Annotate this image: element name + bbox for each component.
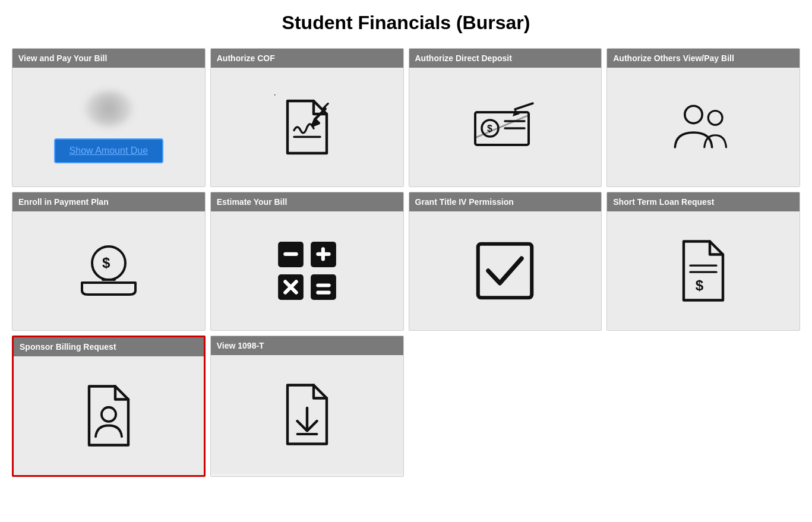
coin-tray-icon: $ bbox=[76, 238, 141, 303]
card-authorize-direct-deposit[interactable]: Authorize Direct Deposit $ bbox=[409, 48, 602, 187]
svg-text:$: $ bbox=[696, 277, 704, 293]
card-authorize-others[interactable]: Authorize Others View/Pay Bill bbox=[606, 48, 800, 187]
people-icon bbox=[671, 94, 736, 160]
svg-point-12 bbox=[685, 106, 702, 123]
card-short-term-loan[interactable]: Short Term Loan Request $ bbox=[606, 192, 800, 331]
download-doc-icon bbox=[274, 382, 340, 447]
card-header-grant-title: Grant Title IV Permission bbox=[409, 192, 602, 211]
card-sponsor-billing[interactable]: Sponsor Billing Request bbox=[12, 336, 206, 477]
calculator-icon bbox=[274, 238, 340, 303]
svg-line-11 bbox=[475, 115, 529, 138]
card-grant-title-iv[interactable]: Grant Title IV Permission bbox=[409, 192, 602, 331]
card-header-estimate-bill: Estimate Your Bill bbox=[211, 192, 403, 211]
card-body-authorize-cof bbox=[211, 68, 403, 186]
card-body-short-term-loan: $ bbox=[607, 211, 800, 330]
svg-point-33 bbox=[102, 407, 116, 422]
card-header-enroll-payment: Enroll in Payment Plan bbox=[12, 192, 205, 211]
card-header-authorize-cof: Authorize COF bbox=[211, 49, 403, 68]
dollar-doc-icon: $ bbox=[671, 238, 736, 303]
person-doc-icon bbox=[76, 383, 141, 448]
svg-text:$: $ bbox=[102, 255, 110, 271]
card-header-view-pay-bill: View and Pay Your Bill bbox=[12, 49, 205, 68]
card-estimate-bill[interactable]: Estimate Your Bill bbox=[210, 192, 404, 331]
card-body-authorize-others bbox=[607, 68, 800, 186]
card-header-view-1098t: View 1098-T bbox=[211, 336, 403, 355]
card-body-enroll-payment: $ bbox=[12, 211, 205, 330]
card-body-direct-deposit: $ bbox=[409, 68, 602, 186]
card-authorize-cof[interactable]: Authorize COF bbox=[210, 48, 404, 187]
blurred-amount bbox=[85, 91, 132, 126]
card-header-short-term-loan: Short Term Loan Request bbox=[607, 192, 800, 211]
card-body-grant-title bbox=[409, 211, 602, 330]
card-body-view-1098t bbox=[211, 355, 403, 474]
check-deposit-icon: $ bbox=[472, 94, 538, 160]
card-enroll-payment-plan[interactable]: Enroll in Payment Plan $ bbox=[12, 192, 206, 331]
document-sign-icon bbox=[274, 94, 340, 160]
card-view-1098t[interactable]: View 1098-T bbox=[210, 336, 404, 477]
card-header-sponsor-billing: Sponsor Billing Request bbox=[14, 337, 204, 356]
card-header-authorize-others: Authorize Others View/Pay Bill bbox=[607, 49, 800, 68]
svg-point-13 bbox=[708, 111, 722, 125]
checkbox-icon bbox=[472, 238, 538, 303]
svg-marker-2 bbox=[312, 119, 318, 126]
svg-line-9 bbox=[515, 103, 533, 109]
card-body-estimate-bill bbox=[211, 211, 403, 330]
card-body-view-pay-bill: Show Amount Due bbox=[12, 68, 205, 186]
card-body-sponsor-billing bbox=[14, 356, 204, 475]
card-grid: View and Pay Your Bill Show Amount Due A… bbox=[12, 48, 800, 477]
card-header-direct-deposit: Authorize Direct Deposit bbox=[409, 49, 602, 68]
show-amount-due-button[interactable]: Show Amount Due bbox=[54, 138, 164, 163]
page-title: Student Financials (Bursar) bbox=[12, 12, 800, 34]
card-view-pay-bill[interactable]: View and Pay Your Bill Show Amount Due bbox=[12, 48, 206, 187]
